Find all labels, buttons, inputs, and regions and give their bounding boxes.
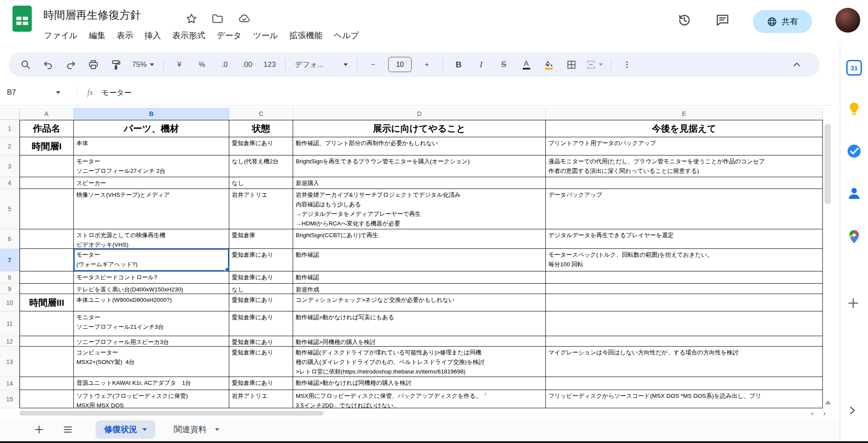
menu-item-3[interactable]: 表示 bbox=[111, 27, 139, 44]
cell-B1[interactable]: パーツ、機材 bbox=[74, 120, 229, 137]
cell-E3[interactable]: 液晶モニターでの代用(ただし、ブラウン管モニターを使うことが作品のコンセプ作者の… bbox=[546, 155, 823, 177]
decrease-font-size-button[interactable]: − bbox=[363, 56, 383, 73]
cell-E2[interactable]: プリントアウト用データのバックアップ bbox=[546, 137, 823, 155]
row-header-15[interactable]: 15 bbox=[0, 390, 20, 408]
tasks-icon[interactable] bbox=[846, 143, 862, 159]
name-box[interactable]: B7 bbox=[0, 88, 77, 97]
cell-A2[interactable]: 時間層I bbox=[20, 137, 74, 155]
cell-B4[interactable]: スピーカー bbox=[74, 177, 229, 189]
column-header-A[interactable]: A bbox=[20, 108, 74, 120]
calendar-icon[interactable]: 31 bbox=[846, 60, 862, 76]
cell-A8[interactable] bbox=[20, 271, 74, 284]
cell-C2[interactable]: 愛知倉庫にあり bbox=[229, 137, 293, 155]
increase-decimal-button[interactable]: .00 bbox=[237, 56, 257, 73]
cell-C1[interactable]: 状態 bbox=[229, 120, 293, 137]
row-header-1[interactable]: 1 bbox=[0, 120, 20, 137]
cell-D8[interactable]: 動作確認 bbox=[293, 271, 546, 284]
cell-E4[interactable] bbox=[546, 177, 823, 189]
paint-format-icon[interactable] bbox=[106, 56, 126, 73]
cell-A3[interactable] bbox=[20, 155, 74, 177]
menu-item-2[interactable]: 編集 bbox=[83, 27, 111, 44]
vertical-scrollbar[interactable] bbox=[825, 124, 831, 204]
cell-A11[interactable] bbox=[20, 311, 74, 336]
cell-A12[interactable] bbox=[20, 336, 74, 347]
row-header-4[interactable]: 4 bbox=[0, 177, 20, 189]
cell-C4[interactable]: なし bbox=[229, 177, 293, 189]
hide-side-panel-icon[interactable] bbox=[846, 405, 858, 416]
row-header-3[interactable]: 3 bbox=[0, 155, 20, 177]
cell-D3[interactable]: BrightSignを再生できるブラウン管モニターを購入(オークション) bbox=[293, 155, 546, 177]
cell-E6[interactable]: デジタルデータを再生できるプレイヤーを選定 bbox=[546, 229, 823, 249]
cloud-saved-icon[interactable] bbox=[238, 13, 250, 24]
cell-E5[interactable]: データバックアップ bbox=[546, 189, 823, 229]
text-color-button[interactable]: A bbox=[516, 56, 536, 73]
cell-A10[interactable]: 時間層III bbox=[20, 294, 74, 311]
cell-B12[interactable]: ソニープロフィール用スピーカ3台 bbox=[74, 336, 229, 347]
cell-D10[interactable]: コンディションチェック>ネジなど交換が必要かもしれない bbox=[293, 294, 546, 311]
redo-icon[interactable] bbox=[61, 56, 81, 73]
row-header-11[interactable]: 11 bbox=[0, 311, 20, 336]
format-percent-button[interactable]: % bbox=[192, 56, 212, 73]
cell-B11[interactable]: モニターソニープロフィール21インチ3台 bbox=[74, 311, 229, 336]
cell-E15[interactable]: フリッピーディスクからソースコード(MSX DOS *MS DOS系)を読み出し… bbox=[546, 390, 823, 408]
cell-B3[interactable]: モーターソニープロフィール27インチ 2台 bbox=[74, 155, 229, 177]
cell-C14[interactable]: 愛知倉庫にあり bbox=[229, 377, 293, 390]
row-header-9[interactable]: 9 bbox=[0, 284, 20, 294]
get-addons-icon[interactable] bbox=[846, 296, 860, 310]
cell-B9[interactable]: テレビを置く黒い台(D400xW150xH230) bbox=[74, 284, 229, 294]
select-all-corner[interactable] bbox=[0, 108, 20, 120]
borders-button[interactable] bbox=[561, 56, 581, 73]
cell-E10[interactable] bbox=[546, 294, 823, 311]
row-header-2[interactable]: 2 bbox=[0, 137, 20, 155]
version-history-icon[interactable] bbox=[677, 13, 691, 27]
horizontal-scrollbar[interactable] bbox=[20, 411, 323, 416]
bold-button[interactable]: B bbox=[449, 56, 469, 73]
comments-icon[interactable] bbox=[716, 13, 729, 27]
cell-D5[interactable]: 岩井俊雄アーカイブ&リサーチプロジェクトでデジタル化済み内容確認はもう少しある→… bbox=[293, 189, 546, 229]
scroll-left-arrow-icon[interactable]: ‹ bbox=[811, 409, 814, 418]
cell-D9[interactable]: 新規作成 bbox=[293, 284, 546, 294]
cell-A14[interactable] bbox=[20, 377, 74, 390]
increase-font-size-button[interactable]: + bbox=[417, 56, 437, 73]
cell-C8[interactable]: 愛知倉庫にあり bbox=[229, 271, 293, 284]
account-avatar[interactable] bbox=[835, 8, 860, 33]
sheets-logo-icon[interactable] bbox=[12, 6, 32, 32]
cell-B8[interactable]: モータスピードコントロール? bbox=[74, 271, 229, 284]
cell-D14[interactable]: 動作確認>動かなければ同機種の購入を検討 bbox=[293, 377, 546, 390]
fill-color-button[interactable] bbox=[539, 56, 559, 73]
scroll-up-arrow-icon[interactable] bbox=[825, 400, 831, 404]
cell-A1[interactable]: 作品名 bbox=[20, 120, 74, 137]
cell-B2[interactable]: 本体 bbox=[74, 137, 229, 155]
cell-E7[interactable]: モータースペック(トルク、回転数の範囲)を控えておきたい。毎分100 回転 bbox=[546, 249, 823, 271]
format-currency-button[interactable]: ¥ bbox=[169, 56, 189, 73]
cell-B14[interactable]: 音源ユニットKAWAI K1r, ACアダプタ 1台 bbox=[74, 377, 229, 390]
merge-cells-button[interactable] bbox=[584, 56, 605, 73]
cell-D7[interactable]: 動作確認 bbox=[293, 249, 546, 271]
star-icon[interactable] bbox=[186, 13, 197, 24]
cell-D15[interactable]: MSX用にフロッピーディスクに保管、バックアップディスクを作る。「3.5インチ2… bbox=[293, 390, 546, 408]
cell-D11[interactable]: 動作確認>動かなければ写美にもある bbox=[293, 311, 546, 336]
cell-A9[interactable] bbox=[20, 284, 74, 294]
collapse-toolbar-icon[interactable] bbox=[787, 56, 807, 73]
row-header-7[interactable]: 7 bbox=[0, 249, 20, 271]
column-header-C[interactable]: C bbox=[229, 108, 293, 120]
keep-icon[interactable] bbox=[846, 101, 862, 116]
row-header-6[interactable]: 6 bbox=[0, 229, 20, 249]
more-formats-button[interactable]: 123 bbox=[260, 56, 280, 73]
row-header-13[interactable]: 13 bbox=[0, 347, 20, 377]
print-icon[interactable] bbox=[83, 56, 103, 73]
undo-icon[interactable] bbox=[38, 56, 58, 73]
menu-item-6[interactable]: データ bbox=[211, 27, 248, 44]
cell-C11[interactable]: 愛知倉庫にあり bbox=[229, 311, 293, 336]
all-sheets-icon[interactable] bbox=[63, 424, 73, 435]
cell-C13[interactable]: 愛知倉庫にあり bbox=[229, 347, 293, 377]
more-options-icon[interactable] bbox=[617, 56, 637, 73]
column-header-E[interactable]: E bbox=[546, 108, 823, 120]
zoom-select[interactable]: 75% bbox=[129, 56, 158, 73]
row-header-5[interactable]: 5 bbox=[0, 189, 20, 229]
cell-A6[interactable] bbox=[20, 229, 74, 249]
cell-A13[interactable] bbox=[20, 347, 74, 377]
menu-item-8[interactable]: 拡張機能 bbox=[284, 27, 328, 44]
cell-E12[interactable] bbox=[546, 336, 823, 347]
cell-A7[interactable] bbox=[20, 249, 74, 271]
